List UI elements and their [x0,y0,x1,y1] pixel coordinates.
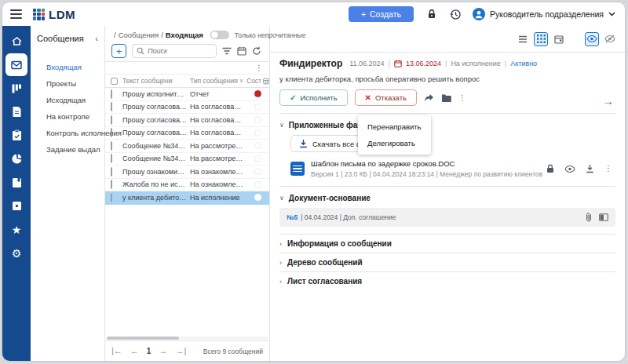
table-header: Текст сообщени Тип сообщения∨ Сост [105,75,269,88]
row-checkbox[interactable] [111,141,112,151]
rail-home-icon[interactable] [5,30,27,53]
table-row[interactable]: Жалоба по не исполн... На ознакомление [105,179,269,192]
search-input[interactable] [148,47,206,55]
file-more-icon[interactable]: ⋮ [604,165,612,173]
list-menu-icon[interactable]: ⋮ [255,64,263,72]
sidebar-item[interactable]: Задание выдал [37,141,100,158]
table-row[interactable]: Прошу согласовать д... На согласование [105,114,269,127]
rail-kanban-icon[interactable] [5,77,27,100]
add-button[interactable]: + [111,44,126,58]
column-type[interactable]: Тип сообщения∨ [190,77,246,85]
paperclip-icon[interactable] [586,213,592,222]
create-button[interactable]: + Создать [349,6,414,22]
breadcrumb-section[interactable]: Сообщения [119,31,159,39]
list-toolbar: / Сообщения / Входящая Только непрочитан… [105,26,269,62]
reject-button[interactable]: ✕ Отказать [355,89,417,106]
page-number[interactable]: 1 [147,347,152,355]
table-row[interactable]: Прошу ознакомиться... На ознакомление [105,166,269,179]
table-row[interactable]: у клиента дебиторка... На исполнение [105,191,269,205]
row-type: На ознакомление [190,180,246,188]
table-row[interactable]: Прошу исполнить по... Отчет [105,88,269,101]
context-menu-item[interactable]: Делегировать [358,135,431,151]
row-checkbox[interactable] [111,180,112,189]
file-row[interactable]: Шаблон письма по задержке сроков.DOC Вер… [290,159,615,178]
calendar-icon[interactable] [237,46,246,56]
x-icon: ✕ [365,93,371,102]
rail-settings-icon[interactable]: ⚙ [5,242,27,264]
unread-only-toggle[interactable] [210,31,229,39]
execute-button[interactable]: ✓ Исполнить [279,89,348,106]
rail-favorites-icon[interactable]: ★ [5,218,27,241]
collapsed-section-header[interactable]: › Информация о сообщении [279,234,615,253]
rail-reports-icon[interactable] [5,147,27,170]
sidebar-item[interactable]: Проекты [37,75,100,92]
row-checkbox[interactable] [111,89,112,99]
file-preview-icon[interactable] [564,166,575,173]
file-lock-icon[interactable] [546,164,554,173]
row-checkbox[interactable] [111,128,112,137]
rail-journal-icon[interactable] [5,171,27,194]
file-download-icon[interactable] [586,164,594,173]
sidebar-item[interactable]: Контроль исполнения [37,125,100,141]
user-menu[interactable]: Руководитель подразделения [473,8,615,20]
rail-documents-icon[interactable] [5,100,27,123]
filter-icon[interactable] [222,47,232,55]
prev-page-icon[interactable]: ← [130,347,139,355]
grid-view-icon[interactable] [534,32,548,46]
context-menu-item[interactable]: Перенаправить [358,118,431,135]
column-settings-icon[interactable] [263,77,269,86]
row-text: у клиента дебиторка... [122,194,190,202]
collapsed-section-header[interactable]: › Лист согласования [279,271,615,290]
lock-icon[interactable] [426,9,437,20]
row-checkbox[interactable] [111,167,112,177]
rail-tasks-icon[interactable] [5,124,27,147]
horizontal-scrollbar[interactable] [107,337,268,340]
show-read-icon[interactable] [585,32,599,46]
open-card-icon[interactable] [599,213,608,221]
last-page-icon[interactable]: →| [175,347,186,355]
doc-file-icon [290,162,305,176]
column-text[interactable]: Текст сообщени [122,77,190,85]
row-type: На ознакомление [190,168,246,176]
rail-messages-icon[interactable] [5,53,27,76]
basis-document-row[interactable]: №5 | 04.04.2024 | Доп. соглашение [279,208,615,227]
search-box[interactable] [132,44,217,58]
hamburger-menu-icon[interactable] [10,9,22,18]
table-row[interactable]: Сообщение №341691... На рассмотрение [105,140,269,153]
message-list-panel: / Сообщения / Входящая Только непрочитан… [105,26,270,361]
row-checkbox[interactable] [111,102,112,111]
row-checkbox[interactable] [111,154,112,163]
due-calendar-icon [394,60,402,67]
due-date: 13.06.2024 [406,60,441,67]
next-page-icon[interactable]: → [159,347,167,355]
forward-icon[interactable] [424,93,434,102]
sidebar-item[interactable]: На контроле [37,108,100,125]
message-header: Финдиректор 11.06.2024 | 13.06.2024 | На… [279,58,615,69]
list-view-icon[interactable] [516,32,530,46]
table-row[interactable]: Прошу согласовать д... На согласование [105,127,269,140]
select-all-checkbox[interactable] [111,78,118,85]
sidebar-item[interactable]: Входящая [37,59,100,75]
more-actions-icon[interactable]: ⋮ [458,94,466,102]
table-row[interactable]: Сообщение №341691... На рассмотрение [105,153,269,166]
status-indicator [254,116,261,123]
column-status[interactable]: Сост [246,77,269,86]
collapsed-section-header[interactable]: › Дерево сообщений [279,253,615,271]
sidebar-item[interactable]: Исходящая [37,92,100,108]
table-row[interactable]: Прошу согласовать д... На согласование [105,101,269,115]
rail-archive-icon[interactable] [5,195,27,217]
first-page-icon[interactable]: |← [111,347,122,355]
row-checkbox[interactable] [111,115,112,125]
open-forward-icon[interactable]: → [602,94,614,107]
refresh-icon[interactable] [252,46,261,56]
history-icon[interactable] [450,9,462,20]
attachments-section-header[interactable]: ∨ Приложенные файлы [279,121,615,129]
row-checkbox[interactable] [111,193,112,202]
basis-section-header[interactable]: ∨ Документ-основание [279,194,615,202]
folder-icon[interactable] [441,93,451,102]
check-icon: ✓ [290,93,296,102]
hide-read-icon[interactable] [603,32,617,46]
calendar-view-icon[interactable] [552,32,566,46]
row-type: На согласование [190,103,246,111]
sidebar-collapse-icon[interactable]: ‹ [93,34,100,43]
